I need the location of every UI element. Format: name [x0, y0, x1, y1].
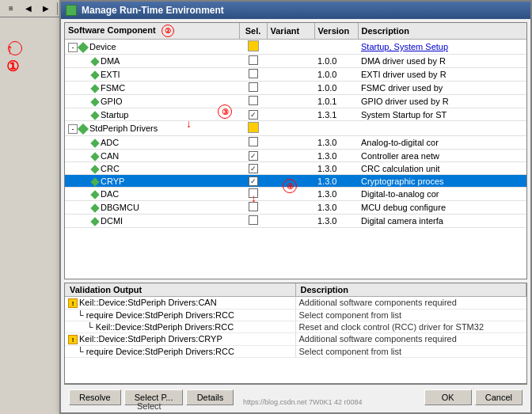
- variant-cell: [267, 95, 314, 108]
- sel-cell[interactable]: [239, 136, 267, 150]
- cancel-button[interactable]: Cancel: [475, 389, 522, 405]
- sel-checkbox[interactable]: [249, 137, 258, 146]
- main-area: ↑① Manage Run-Time Environment Software …: [0, 17, 532, 414]
- validation-right-cell: Additional software components required: [296, 297, 527, 309]
- dialog-title: Manage Run-Time Environment: [82, 5, 224, 16]
- sel-cell[interactable]: ✓: [239, 162, 267, 175]
- sel-cell[interactable]: [239, 82, 267, 95]
- description-cell: Controller area netw: [358, 150, 526, 162]
- component-label: Startup: [101, 110, 128, 120]
- col-header-sel: Sel.: [239, 23, 267, 40]
- details-button[interactable]: Details: [186, 389, 234, 405]
- validation-container[interactable]: Validation Output Description !Keil::Dev…: [64, 283, 527, 384]
- table-row[interactable]: FSMC1.0.0FSMC driver used by: [65, 82, 526, 95]
- table-row[interactable]: CAN✓1.3.0Controller area netw: [65, 150, 526, 162]
- sel-checkbox[interactable]: ✓: [249, 164, 258, 173]
- sel-checkbox[interactable]: [249, 202, 258, 211]
- sel-checkbox[interactable]: ✓: [249, 177, 258, 186]
- table-row[interactable]: ADC1.3.0Analog-to-digital cor: [65, 136, 526, 150]
- bottom-button-bar: Resolve Select P... Details https://blog…: [64, 384, 527, 409]
- manage-runtime-dialog: Manage Run-Time Environment Software Com…: [59, 0, 532, 414]
- diamond-small-icon: [90, 70, 99, 79]
- table-row[interactable]: DBGMCU1.3.0MCU debug configure: [65, 201, 526, 215]
- component-name-cell: DCMI: [65, 215, 239, 228]
- sel-checkbox[interactable]: [249, 82, 258, 92]
- warn-icon: !: [68, 298, 78, 308]
- diamond-small-icon: [90, 111, 99, 120]
- sel-checkbox[interactable]: ✓: [249, 151, 258, 161]
- sel-cell[interactable]: ✓: [239, 108, 267, 121]
- annotation-2: ②: [162, 25, 174, 37]
- table-row[interactable]: EXTI1.0.0EXTI driver used by R: [65, 68, 526, 82]
- left-arrow-annotation: ↑①: [6, 41, 19, 75]
- version-cell: 1.3.0: [314, 188, 358, 201]
- component-label: FSMC: [101, 83, 125, 93]
- component-name-cell: CRYP: [65, 175, 239, 188]
- sel-checkbox[interactable]: [249, 55, 258, 65]
- sel-checkbox[interactable]: [249, 215, 258, 225]
- variant-cell: [267, 150, 314, 162]
- table-row[interactable]: DCMI1.3.0Digital camera interfa: [65, 215, 526, 228]
- diamond-small-icon: [90, 152, 99, 161]
- table-row[interactable]: Startup✓1.3.1System Startup for ST: [65, 108, 526, 121]
- ok-button[interactable]: OK: [424, 389, 472, 405]
- startup-link[interactable]: Startup, System Setup: [361, 42, 448, 51]
- validation-right-cell: Additional software components required: [296, 333, 527, 345]
- sel-cell[interactable]: [239, 215, 267, 228]
- description-cell: Digital-to-analog cor: [358, 188, 526, 201]
- variant-cell: [267, 68, 314, 82]
- variant-cell: [267, 82, 314, 95]
- sel-cell[interactable]: [239, 40, 267, 55]
- diamond-small-icon: [90, 165, 99, 173]
- sel-cell[interactable]: [239, 121, 267, 136]
- table-row[interactable]: DMA1.0.0DMA driver used by R: [65, 55, 526, 68]
- sel-checkbox[interactable]: [249, 96, 258, 105]
- component-label: Device: [89, 42, 116, 51]
- sel-cell[interactable]: ✓: [239, 175, 267, 188]
- table-row[interactable]: CRC✓1.3.0CRC calculation unit: [65, 162, 526, 175]
- toolbar-btn-2[interactable]: ◀: [21, 2, 36, 16]
- sel-cell[interactable]: [239, 68, 267, 82]
- diamond-icon: [78, 42, 89, 53]
- table-row[interactable]: -DeviceStartup, System Setup: [65, 40, 526, 55]
- table-row[interactable]: -StdPeriph Drivers: [65, 121, 526, 136]
- sel-cell[interactable]: ✓: [239, 150, 267, 162]
- sel-cell[interactable]: [239, 201, 267, 215]
- watermark: https://blog.csdn.net 7W0K1 42 r0084: [243, 398, 363, 406]
- component-label: DMA: [101, 56, 120, 66]
- component-label: DCMI: [101, 216, 123, 226]
- sel-checkbox[interactable]: [249, 188, 258, 198]
- diamond-small-icon: [90, 97, 99, 106]
- description-cell: DMA driver used by R: [358, 55, 526, 68]
- validation-header-desc: Description: [296, 283, 527, 296]
- sel-checkbox[interactable]: ✓: [249, 110, 258, 120]
- sel-cell[interactable]: [239, 188, 267, 201]
- component-name-cell: DMA: [65, 55, 239, 68]
- component-label: DBGMCU: [101, 203, 139, 212]
- diamond-small-icon: [90, 190, 99, 199]
- variant-cell: [267, 55, 314, 68]
- toolbar-btn-3[interactable]: ▶: [38, 2, 54, 16]
- table-row[interactable]: CRYP✓1.3.0Cryptographic proces: [65, 175, 526, 188]
- validation-right-cell: Select component from list: [296, 346, 527, 357]
- resolve-button[interactable]: Resolve: [69, 389, 121, 405]
- col-header-version: Version: [314, 23, 358, 40]
- sel-cell[interactable]: [239, 55, 267, 68]
- validation-item-name: Keil::Device:StdPeriph Drivers:RCC: [96, 322, 234, 332]
- tree-expand-btn[interactable]: -: [68, 43, 78, 52]
- sel-checkbox[interactable]: [249, 69, 258, 78]
- sel-cell[interactable]: [239, 95, 267, 108]
- table-row[interactable]: GPIO1.0.1GPIO driver used by R: [65, 95, 526, 108]
- description-cell: Startup, System Setup: [358, 40, 526, 55]
- toolbar-btn-1[interactable]: ≡: [3, 2, 19, 16]
- validation-right-cell: Reset and clock control (RCC) driver for…: [296, 321, 527, 332]
- table-row[interactable]: DAC1.3.0Digital-to-analog cor: [65, 188, 526, 201]
- validation-item-name: require Device:StdPeriph Drivers:RCC: [86, 347, 234, 356]
- component-label: EXTI: [101, 70, 120, 79]
- component-label: ADC: [101, 138, 119, 147]
- component-table-container[interactable]: Software Component ② Sel. Variant Versio…: [64, 22, 527, 279]
- tree-expand-btn[interactable]: -: [68, 124, 78, 134]
- description-cell: CRC calculation unit: [358, 162, 526, 175]
- validation-row: └ Keil::Device:StdPeriph Drivers:RCCRese…: [65, 321, 526, 333]
- validation-item-name: Keil::Device:StdPeriph Drivers:CRYP: [79, 334, 222, 344]
